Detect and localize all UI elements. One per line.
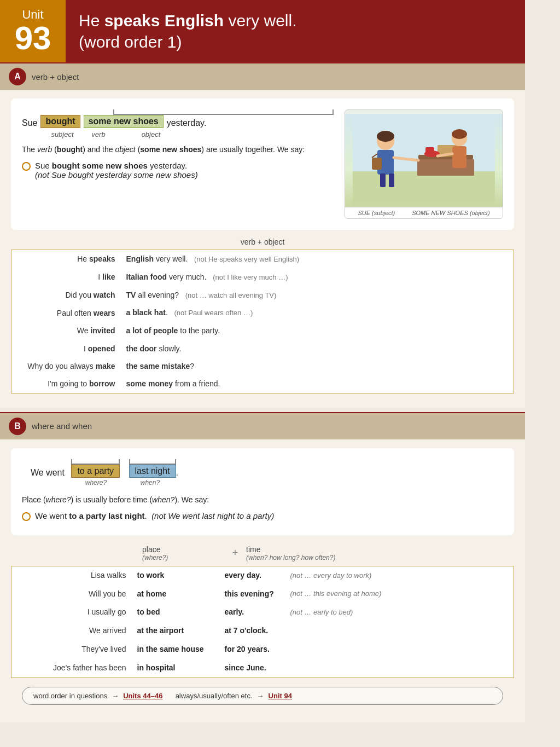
time-sub-header: (when? how long? how often?) [246, 554, 335, 561]
table-row: Joe's father has been in hospital since … [11, 659, 514, 677]
ww-bracket-group2: last night [129, 459, 176, 478]
section-a-marker: A [9, 68, 26, 85]
section-a-content: Sue bought some new shoes yesterday. sub… [0, 90, 525, 408]
unit-number: 93 [15, 22, 51, 55]
footer-link2[interactable]: Unit 94 [269, 692, 292, 700]
row-time: every day. [219, 566, 285, 584]
row-object: Italian food very much. (not I like very… [121, 268, 514, 286]
row-time: at 7 o'clock. [219, 622, 285, 640]
diagram-area: Sue bought some new shoes yesterday. sub… [11, 99, 514, 230]
place-sub-header: (where?) [142, 554, 224, 561]
svg-rect-1 [353, 171, 495, 204]
row-note: (not … every day to work) [285, 566, 514, 584]
verb-box: bought [40, 115, 80, 128]
svg-point-18 [452, 129, 467, 139]
sentence-subject: Sue [22, 118, 37, 128]
section-b-label: where and when [32, 421, 92, 431]
unit-box: Unit 93 [0, 0, 66, 62]
section-b-marker: B [9, 418, 26, 435]
table-row: They've lived in the same house for 20 y… [11, 640, 514, 659]
table-row: Will you be at home this evening? (not …… [11, 585, 514, 604]
ww-circle-icon [22, 512, 31, 521]
row-place: at the airport [132, 622, 219, 640]
row-object: English very well. (not He speaks very w… [121, 250, 514, 268]
table-row: I usually go to bed early. (not … early … [11, 603, 514, 622]
table-row: Lisa walks to work every day. (not … eve… [11, 566, 514, 584]
footer-text: word order in questions [33, 692, 107, 700]
row-subject: I like [11, 268, 121, 286]
diagram-right: SUE (subject) SOME NEW SHOES (object) [345, 109, 503, 219]
illustration-inner [345, 114, 503, 207]
svg-rect-11 [372, 158, 382, 170]
row-object: TV all evening? (not … watch all evening… [121, 286, 514, 304]
table-row: We invited a lot of people to the party. [11, 322, 514, 339]
vo-section: verb + object He speaks English very wel… [11, 238, 514, 393]
pt-place-header: place (where?) [137, 545, 224, 561]
section-b-header: B where and when [0, 412, 525, 439]
table-row: Did you watch TV all evening? (not … wat… [11, 286, 514, 304]
bracket-right-vert [332, 109, 334, 115]
ww-vert-right1 [119, 459, 120, 465]
ww-vert-right2 [175, 459, 176, 465]
table-row: Paul often wears a black hat. (not Paul … [11, 304, 514, 322]
ww-not-example: (not We went last night to a party) [151, 511, 274, 520]
row-subject: Paul often wears [11, 304, 121, 322]
row-time: since June. [219, 659, 285, 677]
page-title: He speaks English very well. (word order… [79, 10, 296, 53]
caption-left: SUE (subject) [358, 210, 395, 216]
svg-rect-15 [389, 173, 394, 187]
object-box: some new shoes [84, 115, 164, 128]
circle-icon [22, 162, 31, 171]
ww-when-box: last night [129, 465, 176, 478]
row-object: a lot of people to the party. [121, 322, 514, 339]
gap-spacer [120, 479, 128, 489]
table-row: We arrived at the airport at 7 o'clock. [11, 622, 514, 640]
section-b-content: We went to a party last night . [0, 439, 525, 722]
diagram-left: Sue bought some new shoes yesterday. sub… [22, 109, 334, 183]
row-place: at home [132, 585, 219, 604]
svg-rect-14 [380, 173, 386, 187]
caption-right: SOME NEW SHOES (object) [412, 210, 489, 216]
table-row: I opened the door slowly. [11, 340, 514, 357]
vo-label: verb + object [11, 238, 514, 246]
row-note [285, 659, 514, 677]
row-subject: Joe's father has been [11, 659, 132, 677]
row-object: a black hat. (not Paul wears often …) [121, 304, 514, 322]
ww-diagram: We went to a party last night . [11, 448, 514, 535]
place-header-label: place [142, 545, 224, 554]
ww-labels-row: We went where? when? [31, 479, 503, 489]
row-note: (not … early to bed) [285, 603, 514, 622]
svg-rect-17 [452, 146, 466, 168]
verb-label: verb [82, 130, 115, 138]
vo-table: He speaks English very well. (not He spe… [11, 250, 514, 393]
row-subject: He speaks [11, 250, 121, 268]
section-a-label: verb + object [32, 72, 79, 82]
row-note [285, 622, 514, 640]
ww-example-row: We went to a party last night. (not We w… [22, 511, 503, 521]
row-time: for 20 years. [219, 640, 285, 659]
row-subject: I usually go [11, 603, 132, 622]
explanation-text: The verb (bought) and the object (some n… [22, 144, 334, 155]
table-row: Why do you always make the same mistake? [11, 357, 514, 375]
row-time: early. [219, 603, 285, 622]
bracket-top-line [113, 109, 334, 115]
when-label: when? [128, 479, 172, 489]
row-subject: I'm going to borrow [11, 375, 121, 393]
footer-bar: word order in questions → Units 44–46 al… [22, 687, 503, 705]
section-a-header: A verb + object [0, 62, 525, 90]
header-title: He speaks English very well. (word order… [66, 0, 310, 62]
row-object: the same mistake? [121, 357, 514, 375]
table-row: I'm going to borrow some money from a fr… [11, 375, 514, 393]
ww-period: . [176, 468, 178, 478]
time-header-label: time [246, 545, 335, 554]
footer-link1[interactable]: Units 44–46 [123, 692, 162, 700]
ww-where-box: to a party [71, 465, 120, 478]
row-object: the door slowly. [121, 340, 514, 357]
sentence-rest: yesterday. [167, 118, 207, 128]
ww-bracket-group1: to a party [71, 459, 120, 478]
ww-explanation: Place (where?) is usually before time (w… [22, 494, 503, 506]
row-subject: Why do you always make [11, 357, 121, 375]
labels-row: subject verb object [46, 130, 334, 138]
row-subject: Lisa walks [11, 566, 132, 584]
example-text: Sue bought some new shoes yesterday. (no… [35, 161, 198, 179]
